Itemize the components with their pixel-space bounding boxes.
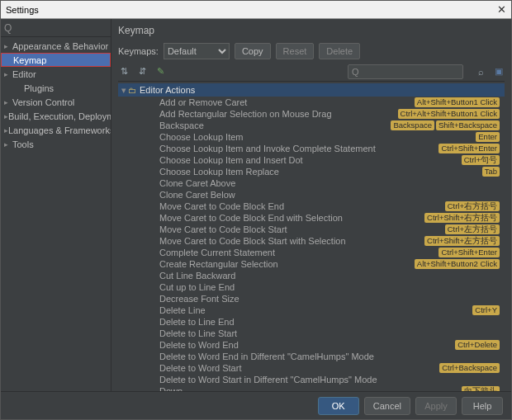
action-name: Delete to Word End in Different "CamelHu… [159,352,500,361]
action-row[interactable]: Move Caret to Code Block Start with Sele… [118,235,505,247]
sidebar-item-build-execution-deployment[interactable]: ▸Build, Execution, Deployment [1,109,111,123]
action-name: Delete to Word Start in Different "Camel… [159,375,500,385]
action-row[interactable]: Delete LineCtrl+Y [118,304,505,316]
sidebar-item-editor[interactable]: ▸Editor [1,67,111,81]
sidebar-item-languages-frameworks[interactable]: ▸Languages & Frameworks [1,123,111,137]
action-search[interactable]: Q [348,64,463,79]
action-row[interactable]: Down向下箭头 [118,385,505,391]
help-button[interactable]: Help [462,397,503,415]
sidebar-item-label: Build, Execution, Deployment [8,111,111,121]
action-row[interactable]: Add Rectangular Selection on Mouse DragC… [118,108,505,120]
sidebar-item-version-control[interactable]: ▸Version Control [1,95,111,109]
action-row[interactable]: Move Caret to Code Block End with Select… [118,212,505,224]
search-icon: Q [4,22,12,34]
sidebar-item-plugins[interactable]: Plugins [1,81,111,95]
shortcut-badge: Alt+Shift+Button1 Click [415,97,500,107]
shortcut-badge: Enter [476,132,500,142]
actions-list[interactable]: ▾ 🗀 Editor Actions Add or Remove CaretAl… [118,83,505,391]
action-row[interactable]: Cut up to Line End [118,281,505,293]
action-name: Down [159,386,462,391]
ok-button[interactable]: OK [318,397,359,415]
action-name: Delete to Line End [159,317,500,327]
shortcut-badge: 向下箭头 [462,386,500,391]
action-row[interactable]: Move Caret to Code Block StartCtrl+左方括号 [118,224,505,235]
action-name: Decrease Font Size [159,294,500,304]
edit-icon[interactable]: ✎ [154,66,166,78]
collapse-all-icon[interactable]: ⇵ [136,66,148,78]
action-row[interactable]: Delete to Line Start [118,328,505,339]
shortcut-badge: Ctrl+Alt+Shift+Button1 Click [398,109,500,119]
copy-button[interactable]: Copy [235,43,271,59]
keymap-selector-row: Keymaps: Default Copy Reset Delete [118,40,505,62]
action-row[interactable]: Clone Caret Below [118,189,505,201]
action-row[interactable]: Cut Line Backward [118,270,505,281]
shortcut-list: Ctrl+Shift+右方括号 [424,213,505,223]
action-name: Move Caret to Code Block Start [159,224,445,234]
shortcut-badge: Shift+Backspace [436,120,500,130]
action-row[interactable]: Delete to Word Start in Different "Camel… [118,374,505,385]
tree-collapse-icon: ▾ [121,85,126,96]
action-row[interactable]: Choose Lookup Item and Invoke Complete S… [118,143,505,154]
filter-icon[interactable]: ▣ [493,66,505,78]
action-name: Delete to Word End [159,340,455,350]
sidebar-item-label: Tools [12,139,34,149]
sidebar-search[interactable]: Q [1,19,111,37]
shortcut-list: Ctrl+Backspace [439,363,505,373]
action-name: Choose Lookup Item Replace [159,167,482,177]
shortcut-list: Ctrl+Y [472,305,505,315]
action-name: Clone Caret Above [159,178,500,188]
action-row[interactable]: Delete to Line End [118,316,505,328]
group-label: Editor Actions [140,85,195,95]
shortcut-list: Ctrl+句号 [462,155,505,165]
title-bar: Settings ✕ [1,1,511,19]
shortcut-badge: Ctrl+Y [472,305,500,315]
shortcut-list: 向下箭头 [462,386,505,391]
action-row[interactable]: Create Rectangular SelectionAlt+Shift+Bu… [118,258,505,270]
action-row[interactable]: Move Caret to Code Block EndCtrl+右方括号 [118,201,505,212]
shortcut-badge: Ctrl+Shift+Enter [439,144,500,153]
action-row[interactable]: Delete to Word EndCtrl+Delete [118,339,505,351]
tree-arrow-icon: ▸ [4,140,12,149]
action-name: Choose Lookup Item and Invoke Complete S… [159,144,439,153]
footer: OK Cancel Apply Help [1,391,511,419]
delete-button: Delete [319,43,360,59]
action-name: Create Rectangular Selection [159,259,415,269]
action-row[interactable]: Add or Remove CaretAlt+Shift+Button1 Cli… [118,97,505,108]
reset-button: Reset [276,43,315,59]
shortcut-list: Alt+Shift+Button2 Click [415,259,505,269]
cancel-button[interactable]: Cancel [364,397,410,415]
page-title: Keymap [118,22,505,39]
action-name: Clone Caret Below [159,190,500,200]
close-icon[interactable]: ✕ [497,3,506,16]
action-row[interactable]: Decrease Font Size [118,293,505,304]
sidebar: Q ▸Appearance & BehaviorKeymap▸EditorPlu… [1,19,111,391]
keymaps-select[interactable]: Default [164,43,230,59]
action-name: Cut up to Line End [159,282,500,292]
sidebar-item-label: Version Control [12,97,74,107]
action-row[interactable]: Choose Lookup Item and Insert DotCtrl+句号 [118,154,505,166]
action-name: Complete Current Statement [159,248,439,257]
action-row[interactable]: BackspaceBackspaceShift+Backspace [118,120,505,131]
action-row[interactable]: Choose Lookup Item ReplaceTab [118,166,505,177]
action-name: Delete to Word Start [159,363,439,373]
shortcut-list: Ctrl+Shift+左方括号 [424,236,505,246]
tree-arrow-icon: ▸ [4,70,12,78]
sidebar-item-keymap[interactable]: Keymap [1,53,111,67]
action-row[interactable]: Choose Lookup ItemEnter [118,131,505,143]
find-by-shortcut-icon[interactable]: ⌕ [475,66,486,78]
action-name: Choose Lookup Item and Insert Dot [159,155,462,165]
sidebar-item-tools[interactable]: ▸Tools [1,137,111,151]
group-editor-actions[interactable]: ▾ 🗀 Editor Actions [118,83,505,97]
expand-all-icon[interactable]: ⇅ [118,66,130,78]
action-row[interactable]: Complete Current StatementCtrl+Shift+Ent… [118,247,505,258]
shortcut-badge: Backspace [391,120,434,130]
sidebar-item-appearance-behavior[interactable]: ▸Appearance & Behavior [1,39,111,53]
action-name: Add Rectangular Selection on Mouse Drag [159,109,398,119]
shortcut-badge: Ctrl+Backspace [439,363,500,373]
action-row[interactable]: Clone Caret Above [118,177,505,189]
shortcut-list: BackspaceShift+Backspace [391,120,505,130]
shortcut-badge: Ctrl+右方括号 [445,201,500,211]
shortcut-badge: Ctrl+左方括号 [445,224,500,234]
action-row[interactable]: Delete to Word StartCtrl+Backspace [118,362,505,374]
action-row[interactable]: Delete to Word End in Different "CamelHu… [118,351,505,362]
